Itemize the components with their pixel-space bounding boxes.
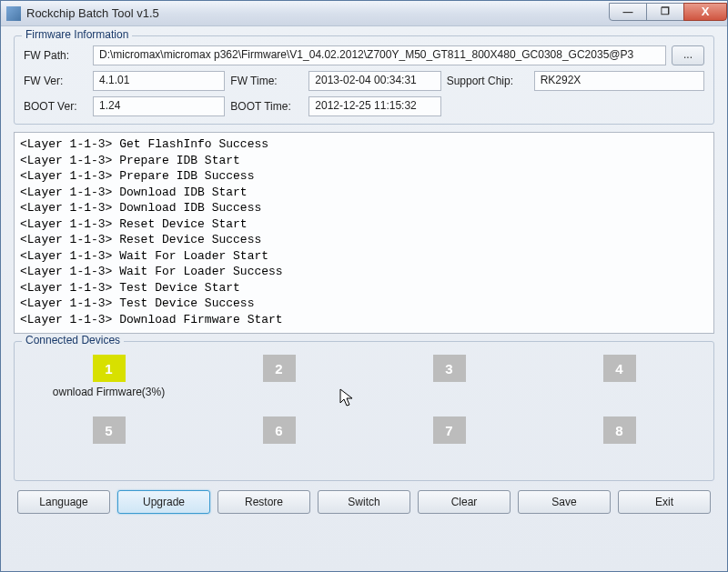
window-title: Rockchip Batch Tool v1.5 xyxy=(26,6,610,20)
devices-group-title: Connected Devices xyxy=(22,334,124,346)
titlebar[interactable]: Rockchip Batch Tool v1.5 — ❐ X xyxy=(1,1,727,26)
log-line: <Layer 1-1-3> Prepare IDB Success xyxy=(20,168,708,185)
device-slot-3[interactable]: 3 xyxy=(381,355,518,400)
firmware-group-title: Firmware Information xyxy=(22,28,132,41)
log-line: <Layer 1-1-3> Download IDB Success xyxy=(20,200,708,216)
boot-ver-field: 1.24 xyxy=(93,96,225,116)
device-indicator: 2 xyxy=(263,355,296,382)
log-line: <Layer 1-1-3> Download Firmware Start xyxy=(20,312,708,328)
device-indicator: 3 xyxy=(433,355,466,382)
device-status-text xyxy=(211,386,348,400)
device-slot-1[interactable]: 1ownload Firmware(3%) xyxy=(41,355,177,400)
device-slot-5[interactable]: 5 xyxy=(41,416,177,462)
device-status-text xyxy=(211,447,348,462)
log-line: <Layer 1-1-3> Wait For Loader Success xyxy=(20,264,708,280)
log-line: <Layer 1-1-3> Reset Device Success xyxy=(20,232,708,248)
window-controls: — ❐ X xyxy=(610,3,727,21)
device-slot-6[interactable]: 6 xyxy=(211,416,348,462)
log-line: <Layer 1-1-3> Reset Device Start xyxy=(20,216,708,233)
device-slot-2[interactable]: 2 xyxy=(211,355,348,400)
close-button[interactable]: X xyxy=(683,3,727,21)
maximize-button[interactable]: ❐ xyxy=(646,3,684,21)
support-chip-field: RK292X xyxy=(534,71,704,91)
switch-button[interactable]: Switch xyxy=(318,490,410,514)
boot-time-field: 2012-12-25 11:15:32 xyxy=(308,96,440,116)
upgrade-button[interactable]: Upgrade xyxy=(117,490,210,514)
fw-time-label: FW Time: xyxy=(230,75,303,87)
log-line: <Layer 1-1-3> Get FlashInfo Success xyxy=(20,136,708,153)
clear-button[interactable]: Clear xyxy=(418,490,511,514)
app-window: Rockchip Batch Tool v1.5 — ❐ X Firmware … xyxy=(0,0,728,572)
fw-time-field: 2013-02-04 00:34:31 xyxy=(308,71,440,91)
device-slot-8[interactable]: 8 xyxy=(551,416,688,462)
connected-devices-group: Connected Devices 1ownload Firmware(3%)2… xyxy=(14,341,714,481)
device-status-text xyxy=(551,447,688,462)
language-button[interactable]: Language xyxy=(17,490,110,514)
browse-button[interactable]: ... xyxy=(672,45,704,65)
client-area: Firmware Information FW Path: D:\microma… xyxy=(1,26,727,571)
log-output[interactable]: <Layer 1-1-3> Get FlashInfo Success<Laye… xyxy=(14,132,714,334)
support-chip-label: Support Chip: xyxy=(447,75,529,87)
firmware-info-group: Firmware Information FW Path: D:\microma… xyxy=(14,35,714,125)
save-button[interactable]: Save xyxy=(518,490,611,514)
device-status-text xyxy=(41,447,177,462)
boot-ver-label: BOOT Ver: xyxy=(24,100,87,113)
device-slot-7[interactable]: 7 xyxy=(381,416,518,462)
device-status-text: ownload Firmware(3%) xyxy=(41,386,177,400)
fw-path-label: FW Path: xyxy=(24,49,87,62)
fw-ver-field: 4.1.01 xyxy=(93,71,225,91)
device-status-text xyxy=(551,386,688,400)
device-indicator: 8 xyxy=(603,416,636,444)
device-indicator: 1 xyxy=(93,355,126,382)
action-button-row: Language Upgrade Restore Switch Clear Sa… xyxy=(14,490,714,514)
fw-ver-label: FW Ver: xyxy=(24,75,87,87)
boot-time-label: BOOT Time: xyxy=(230,100,303,113)
exit-button[interactable]: Exit xyxy=(618,490,711,514)
device-indicator: 6 xyxy=(263,416,296,444)
device-status-text xyxy=(381,447,518,462)
log-line: <Layer 1-1-3> Download IDB Start xyxy=(20,185,708,201)
restore-button[interactable]: Restore xyxy=(217,490,310,514)
device-indicator: 5 xyxy=(93,416,126,444)
log-line: <Layer 1-1-3> Test Device Start xyxy=(20,280,708,296)
device-status-text xyxy=(381,386,518,400)
device-indicator: 7 xyxy=(433,416,466,444)
minimize-button[interactable]: — xyxy=(609,3,647,21)
fw-path-field[interactable]: D:\micromax\micromax p362\Firmware\V1_04… xyxy=(93,45,666,65)
log-line: <Layer 1-1-3> Test Device Success xyxy=(20,296,708,312)
log-line: <Layer 1-1-3> Prepare IDB Start xyxy=(20,153,708,169)
log-line: <Layer 1-1-3> Wait For Loader Start xyxy=(20,248,708,265)
app-icon xyxy=(6,6,21,21)
device-indicator: 4 xyxy=(603,355,636,382)
device-slot-4[interactable]: 4 xyxy=(551,355,688,400)
